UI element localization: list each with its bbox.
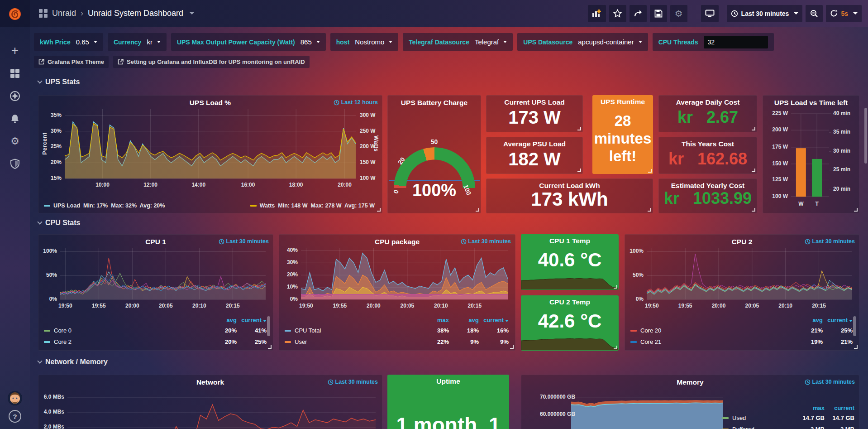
share-icon: [634, 10, 643, 18]
section-cpu-stats[interactable]: CPU Stats: [38, 219, 80, 227]
save-button[interactable]: [650, 5, 667, 22]
panel-time-range[interactable]: Last 30 minutes: [219, 238, 269, 245]
legend-col-header-sorted[interactable]: current: [823, 317, 853, 323]
avatar-face-icon: [8, 391, 22, 405]
dashboard-links-row: Grafana Plex Theme Setting up Grafana an…: [34, 56, 310, 68]
panel-resize-handle[interactable]: [510, 345, 514, 349]
series-name[interactable]: Buffered: [732, 426, 754, 429]
panel-resize-handle[interactable]: [476, 208, 479, 212]
series-name[interactable]: Core 20: [640, 327, 661, 334]
section-network-memory[interactable]: Network / Memory: [38, 358, 108, 366]
breadcrumb-caret-icon[interactable]: [190, 12, 194, 14]
series-name[interactable]: Core 2: [54, 338, 72, 345]
legend-col-header-sorted[interactable]: current: [237, 317, 267, 323]
stat-title[interactable]: Average Daily Cost: [676, 98, 740, 106]
panel-resize-handle[interactable]: [752, 169, 755, 172]
clock-icon: [461, 239, 467, 245]
sidebar-item-configuration[interactable]: ⚙: [0, 130, 30, 153]
sort-caret-icon: [505, 320, 509, 322]
legend-scrollbar[interactable]: [267, 316, 270, 336]
stat-title[interactable]: CPU 1 Temp: [549, 237, 590, 245]
cpu-threads-input[interactable]: [704, 36, 768, 48]
legend-col-header[interactable]: max: [795, 405, 825, 411]
panel-resize-handle[interactable]: [854, 345, 858, 349]
star-button[interactable]: [609, 5, 626, 22]
series-name[interactable]: Used: [732, 415, 746, 421]
legend-col-header[interactable]: avg: [207, 317, 237, 323]
variable-ups-datasource[interactable]: UPS Datasource apcupsd-container: [517, 33, 648, 51]
series-name[interactable]: CPU Total: [295, 327, 321, 334]
series-name[interactable]: Core 0: [54, 327, 72, 334]
panel-resize-handle[interactable]: [854, 208, 858, 212]
ups-load-chart[interactable]: 10:0012:0014:0016:0018:0020:0035%30%25%2…: [38, 96, 382, 213]
panel-resize-handle[interactable]: [648, 169, 652, 173]
panel-resize-handle[interactable]: [268, 345, 272, 349]
legend-col-header[interactable]: avg: [449, 317, 479, 323]
panel-time-range[interactable]: Last 30 minutes: [328, 379, 378, 385]
legend-col-header-sorted[interactable]: current: [479, 317, 509, 323]
link-grafana-plex-theme[interactable]: Grafana Plex Theme: [34, 56, 109, 68]
variable-telegraf-datasource[interactable]: Telegraf Datasource Telegraf: [403, 33, 513, 51]
time-range-button[interactable]: Last 30 minutes: [727, 5, 803, 22]
panel-title[interactable]: UPS Load %: [38, 99, 382, 107]
refresh-interval-label[interactable]: 5s: [841, 10, 848, 17]
share-button[interactable]: [630, 5, 647, 22]
legend-col-header[interactable]: avg: [793, 317, 823, 323]
user-avatar[interactable]: [8, 391, 22, 405]
panel-title[interactable]: UPS Battery Charge: [388, 99, 481, 107]
stat-title[interactable]: Current UPS Load: [504, 98, 564, 106]
legend-item[interactable]: WattsMin: 148 W Max: 278 W Avg: 175 W: [250, 202, 375, 209]
help-button[interactable]: ?: [9, 410, 21, 423]
panel-time-range[interactable]: Last 12 hours: [334, 99, 378, 106]
refresh-button[interactable]: 5s: [826, 5, 862, 22]
variable-kwh-price[interactable]: kWh Price 0.65: [34, 33, 103, 51]
breadcrumb: Unraid › Unraid System Dashboard: [39, 9, 194, 18]
panel-resize-handle[interactable]: [752, 208, 755, 212]
stat-title[interactable]: UPS Runtime: [601, 98, 645, 106]
add-panel-button[interactable]: [588, 5, 606, 22]
panel-title[interactable]: UPS Load vs Time left: [763, 99, 859, 107]
sidebar-item-dashboards[interactable]: [0, 62, 30, 85]
legend-row: Core 2021%25%: [630, 325, 853, 336]
legend-item[interactable]: UPS LoadMin: 17% Max: 32% Avg: 20%: [44, 202, 165, 209]
stat-value: 42.6 °C: [538, 312, 602, 331]
section-ups-stats[interactable]: UPS Stats: [38, 78, 80, 86]
stat-title[interactable]: This Years Cost: [682, 140, 734, 148]
stat-title[interactable]: CPU 2 Temp: [549, 298, 590, 306]
grafana-logo[interactable]: [0, 0, 30, 27]
zoom-out-button[interactable]: [806, 5, 823, 22]
panel-resize-handle[interactable]: [377, 208, 381, 212]
variable-currency[interactable]: Currency kr: [108, 33, 167, 51]
sidebar-item-server-admin[interactable]: [0, 153, 30, 175]
series-name[interactable]: User: [295, 338, 307, 345]
cycle-view-button[interactable]: [701, 5, 719, 22]
panel-time-range[interactable]: Last 30 minutes: [805, 379, 855, 385]
panel-resize-handle[interactable]: [752, 127, 755, 130]
sidebar-item-create[interactable]: +: [0, 39, 30, 62]
panel-resize-handle[interactable]: [614, 285, 617, 289]
legend-col-header[interactable]: max: [419, 317, 449, 323]
variable-label: host: [336, 39, 350, 46]
settings-button[interactable]: ⚙: [670, 5, 687, 22]
panel-time-range[interactable]: Last 30 minutes: [461, 238, 511, 245]
breadcrumb-title[interactable]: Unraid System Dashboard: [88, 9, 183, 18]
page-scrollbar-thumb[interactable]: [864, 108, 867, 164]
panel-resize-handle[interactable]: [577, 127, 581, 130]
series-name[interactable]: Core 21: [640, 338, 661, 345]
panel-resize-handle[interactable]: [648, 208, 651, 212]
sidebar-item-alerting[interactable]: [0, 107, 30, 130]
panel-resize-handle[interactable]: [614, 346, 617, 349]
stat-title[interactable]: Average PSU Load: [503, 140, 566, 148]
panel-time-range[interactable]: Last 30 minutes: [805, 238, 855, 245]
sidebar-item-explore[interactable]: [0, 85, 30, 107]
ups-bar-chart[interactable]: 225 W200 W175 W150 W125 W100 W40 min35 m…: [763, 96, 859, 213]
variable-host[interactable]: host Nostromo: [330, 33, 399, 51]
panel-resize-handle[interactable]: [577, 169, 581, 172]
legend-col-header[interactable]: current: [825, 405, 854, 411]
variable-ups-max-output[interactable]: UPS Max Output Power Capacity (Watt) 865: [171, 33, 326, 51]
cpu2-temp-sparkline: [521, 334, 618, 350]
legend-scrollbar[interactable]: [853, 316, 856, 336]
breadcrumb-folder[interactable]: Unraid: [52, 9, 76, 18]
link-ups-monitoring-guide[interactable]: Setting up Grafana and InfluxDB for UPS …: [113, 56, 310, 68]
stat-title[interactable]: Uptime: [436, 377, 460, 386]
